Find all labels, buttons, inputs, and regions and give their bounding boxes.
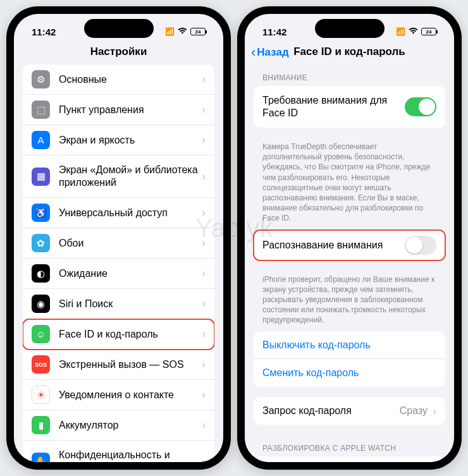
status-time: 11:42 — [262, 27, 286, 37]
battery-icon: 24 — [190, 28, 206, 35]
chevron-icon: › — [202, 267, 206, 280]
display-icon: A — [32, 131, 50, 149]
chevron-icon: › — [202, 170, 206, 183]
page-title: Face ID и код-пароль — [293, 46, 405, 58]
faceid-icon: ☺ — [32, 325, 50, 343]
section-header-watch: РАЗБЛОКИРОВКА С APPLE WATCH — [254, 435, 445, 456]
standby-icon: ◐ — [32, 264, 50, 283]
row-general[interactable]: ⚙Основные› — [23, 64, 214, 95]
footer-attention: Камера TrueDepth обеспечивает дополнител… — [254, 138, 445, 230]
chevron-icon: › — [202, 103, 206, 116]
battery-icon: 24 — [421, 28, 436, 35]
chevron-icon: › — [202, 206, 206, 219]
gear-icon: ⚙ — [32, 70, 50, 88]
chevron-icon: › — [202, 455, 206, 463]
signal-icon: 📶 — [396, 27, 405, 36]
hand-icon: ✋ — [32, 453, 50, 463]
flower-icon: ✿ — [32, 234, 50, 252]
sun-icon: ☀ — [32, 386, 50, 404]
row-wallpaper[interactable]: ✿Обои› — [23, 228, 214, 259]
back-label: Назад — [257, 46, 288, 59]
signal-icon: 📶 — [165, 27, 175, 36]
chevron-icon: › — [202, 327, 206, 341]
footer-detect: iPhone проверит, обращено ли Ваше вниман… — [254, 271, 445, 332]
row-require-passcode-value: Сразу — [400, 405, 428, 417]
row-siri[interactable]: ◉Siri и Поиск› — [23, 289, 214, 319]
chevron-icon: › — [202, 73, 206, 86]
left-phone: 11:42 📶 24 Настройки ⚙Основные› ⬚Пункт у… — [6, 6, 231, 470]
chevron-left-icon: ‹ — [251, 44, 256, 61]
a11y-icon: ♿ — [32, 204, 50, 222]
row-standby[interactable]: ◐Ожидание› — [23, 259, 214, 289]
sos-icon: SOS — [32, 355, 50, 374]
switches-icon: ⬚ — [32, 101, 50, 119]
row-turn-off-passcode[interactable]: Выключить код-пароль — [254, 331, 445, 359]
row-apple-watch-yablyk[interactable]: Яблык — [254, 456, 445, 462]
row-change-passcode[interactable]: Сменить код-пароль — [254, 359, 445, 387]
row-accessibility[interactable]: ♿Универсальный доступ› — [23, 198, 214, 228]
status-time: 11:42 — [32, 27, 56, 37]
apps-icon: ▦ — [32, 168, 50, 186]
dynamic-island — [84, 19, 154, 38]
dynamic-island — [315, 19, 385, 38]
row-battery[interactable]: ▮Аккумулятор› — [23, 410, 214, 441]
row-require-attention[interactable]: Требование внимания для Face ID — [254, 86, 445, 128]
page-title: Настройки — [14, 42, 223, 64]
siri-icon: ◉ — [32, 295, 50, 313]
right-phone: 11:42 📶 24 ‹ Назад Face ID и код-пароль … — [237, 6, 462, 470]
settings-group-main: ⚙Основные› ⬚Пункт управления› AЭкран и я… — [23, 64, 214, 462]
row-home[interactable]: ▦Экран «Домой» и библиотека приложений› — [23, 156, 214, 198]
section-header-attention: ВНИМАНИЕ — [254, 64, 445, 86]
row-privacy[interactable]: ✋Конфиденциальность и безопасность› — [23, 441, 214, 462]
toggle-attention-aware[interactable] — [405, 236, 436, 255]
row-exposure[interactable]: ☀Уведомления о контакте› — [23, 380, 214, 410]
row-require-passcode[interactable]: Запрос код-пароля Сразу › — [254, 397, 445, 425]
row-display[interactable]: AЭкран и яркость› — [23, 125, 214, 156]
chevron-icon: › — [202, 388, 206, 401]
row-attention-aware[interactable]: Распознавание внимания — [254, 230, 445, 260]
chevron-icon: › — [202, 358, 206, 371]
chevron-icon: › — [202, 236, 206, 250]
toggle-require-attention[interactable] — [405, 97, 436, 116]
chevron-icon: › — [202, 297, 206, 310]
back-button[interactable]: ‹ Назад — [251, 44, 289, 61]
chevron-icon: › — [202, 418, 206, 432]
wifi-icon — [178, 27, 187, 36]
row-control-center[interactable]: ⬚Пункт управления› — [23, 95, 214, 125]
battery-icon: ▮ — [32, 416, 50, 434]
wifi-icon — [409, 27, 418, 36]
row-faceid[interactable]: ☺Face ID и код-пароль› — [23, 319, 214, 350]
chevron-icon: › — [202, 133, 206, 147]
row-sos[interactable]: SOSЭкстренный вызов — SOS› — [23, 350, 214, 380]
chevron-icon: › — [433, 405, 436, 418]
